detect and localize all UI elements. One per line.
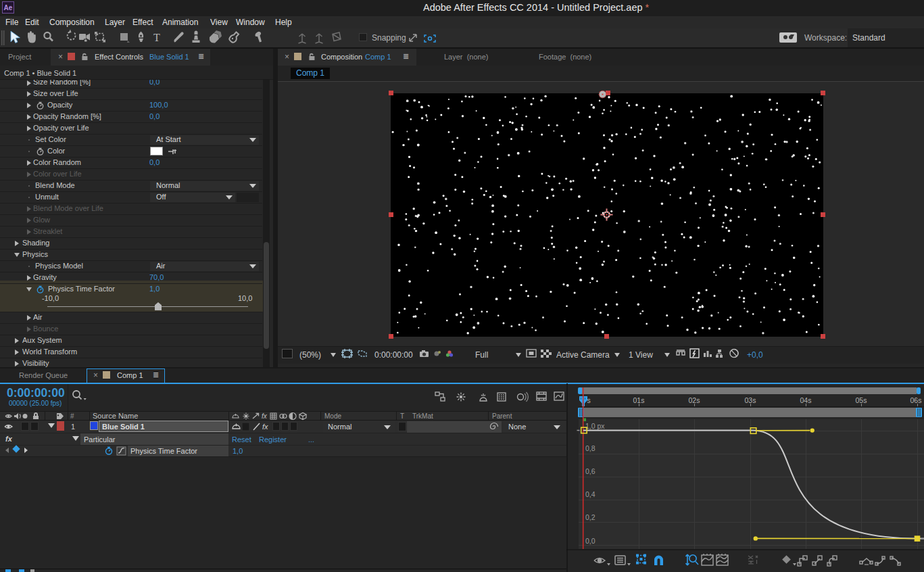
svg-text:fx: fx [262,412,268,420]
svg-text:Source Name: Source Name [93,412,138,420]
svg-text:T: T [153,32,160,43]
svg-text:s: s [587,396,590,404]
svg-text:02s: 02s [689,396,700,404]
svg-text:06s: 06s [910,396,922,404]
svg-text:0,0: 0,0 [585,537,595,545]
svg-text:fx: fx [262,423,268,431]
svg-text:04s: 04s [800,396,812,404]
svg-text:03s: 03s [745,396,756,404]
svg-text:1,0 px: 1,0 px [585,422,605,430]
svg-text:01s: 01s [633,396,645,404]
svg-text:0,6: 0,6 [585,467,595,475]
svg-text:05s: 05s [856,396,867,404]
svg-text:0,2: 0,2 [585,513,595,521]
svg-text:0,4: 0,4 [585,490,595,498]
svg-text:#: # [70,412,74,420]
svg-text:0,8: 0,8 [585,444,595,452]
